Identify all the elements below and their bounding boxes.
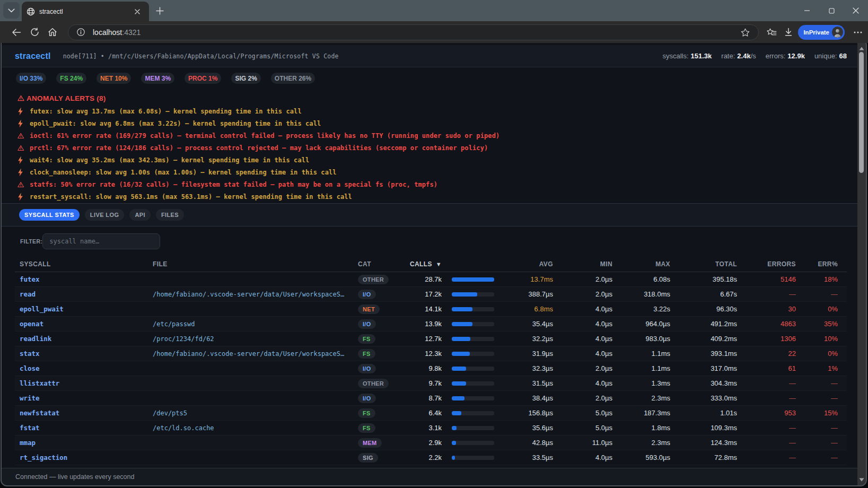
alert-text: ioctl: 61% error rate (169/279 calls) — … <box>30 132 499 140</box>
table-row-close[interactable]: closeI/O9.8k32.3µs2.0µs1.1ms317.0ms611% <box>15 361 847 376</box>
site-info-button[interactable] <box>74 23 87 41</box>
back-button[interactable] <box>7 23 25 41</box>
table-row-llistxattr[interactable]: llistxattrOTHER9.7k31.5µs4.0µs1.3ms304.3… <box>15 376 847 391</box>
tab-search-button[interactable] <box>3 2 20 19</box>
url-host: localhost <box>93 28 122 37</box>
table-header-row: SYSCALLFILECATCALLS ▼AVGMINMAXTOTALERROR… <box>15 256 847 272</box>
cell-total: 96.30s <box>670 305 737 313</box>
calls-bar-track <box>452 337 494 341</box>
table-row-read[interactable]: read/home/fabiano/.vscode-server/data/Us… <box>15 287 847 302</box>
bolt-icon <box>17 119 23 128</box>
view-tab-live-log[interactable]: LIVE LOG <box>85 209 125 221</box>
alert-text: wait4: slow avg 35.2ms (max 342.3ms) — k… <box>30 156 309 164</box>
alert-item: restart_syscall: slow avg 563.1ms (max 5… <box>17 190 841 203</box>
table-row-mmap[interactable]: mmapMEM2.9k42.8µs11.0µs2.3ms124.3ms—— <box>15 435 847 450</box>
tab-close-button[interactable] <box>131 6 143 18</box>
column-header-calls[interactable]: CALLS ▼ <box>400 260 442 268</box>
reload-button[interactable] <box>25 23 43 41</box>
alert-text: epoll_pwait: slow avg 6.8ms (max 3.22s) … <box>30 120 321 127</box>
downloads-button[interactable] <box>780 23 797 41</box>
table-row-statx[interactable]: statx/home/fabiano/.vscode-server/data/U… <box>15 346 847 361</box>
category-chip[interactable]: FS 24% <box>56 73 86 84</box>
scroll-up-arrow[interactable] <box>857 45 866 52</box>
category-chip[interactable]: SIG 2% <box>231 73 260 84</box>
cell-category: NET <box>358 304 400 314</box>
table-row-openat[interactable]: openat/etc/passwdI/O13.9k35.4µs4.0µs964.… <box>15 317 847 332</box>
view-tab-syscall-stats[interactable]: SYSCALL STATS <box>19 209 80 221</box>
cell-errors: 953 <box>737 409 796 417</box>
category-chip[interactable]: MEM 3% <box>141 73 174 84</box>
cell-syscall: close <box>15 364 153 372</box>
cell-max: 187.3ms <box>612 409 670 417</box>
alert-list: futex: slow avg 13.7ms (max 6.08s) — ker… <box>17 105 841 203</box>
scrollbar-thumb[interactable] <box>859 52 864 173</box>
column-header-avg[interactable]: AVG <box>494 260 553 268</box>
category-chip[interactable]: I/O 33% <box>16 73 46 84</box>
cell-errp: — <box>796 439 838 447</box>
favorites-button[interactable] <box>763 23 780 41</box>
cell-errp: 0% <box>796 305 838 313</box>
calls-bar-fill <box>452 426 457 430</box>
page-scrollbar[interactable] <box>857 43 866 485</box>
column-header-total[interactable]: TOTAL <box>670 260 737 268</box>
category-chip[interactable]: NET 10% <box>97 73 131 84</box>
table-row-write[interactable]: writeI/O8.7k38.4µs2.0µs2.3ms333.0ms—— <box>15 391 847 406</box>
alert-text: prctl: 67% error rate (124/186 calls) — … <box>30 144 488 152</box>
favorite-this-page-button[interactable] <box>736 23 754 41</box>
cell-errors: — <box>737 424 796 432</box>
column-header-errors[interactable]: ERRORS <box>737 260 796 268</box>
table-row-rt_sigaction[interactable]: rt_sigactionSIG2.2k33.5µs4.0µs593.0µs72.… <box>15 450 847 465</box>
calls-bar-track <box>452 367 494 371</box>
filter-input[interactable] <box>42 233 160 249</box>
browser-tab-stracectl[interactable]: stracectl <box>22 2 149 21</box>
category-chip[interactable]: PROC 1% <box>185 73 221 84</box>
minimize-button[interactable] <box>795 0 819 21</box>
star-icon <box>741 28 750 37</box>
cell-calls-bar <box>442 352 494 356</box>
cell-max: 983.0µs <box>612 335 670 343</box>
column-header-err[interactable]: ERR% <box>796 260 838 268</box>
category-badge: SIG <box>358 453 378 463</box>
cell-syscall: futex <box>15 275 153 283</box>
table-row-fstat[interactable]: fstat/etc/ld.so.cacheFS3.1k35.6µs5.0µs1.… <box>15 421 847 435</box>
header-stat: unique:68 <box>814 52 847 60</box>
scroll-down-arrow[interactable] <box>857 476 866 483</box>
table-row-epoll_pwait[interactable]: epoll_pwaitNET14.1k6.8ms4.0µs3.22s96.30s… <box>15 302 847 317</box>
inprivate-label: InPrivate <box>803 29 829 36</box>
url-text[interactable]: localhost:4321 <box>93 28 141 37</box>
settings-menu-button[interactable] <box>851 23 865 41</box>
cell-avg: 35.6µs <box>494 424 553 432</box>
view-tab-api[interactable]: API <box>129 209 151 221</box>
category-chip[interactable]: OTHER 26% <box>271 73 315 84</box>
column-header-syscall[interactable]: SYSCALL <box>15 260 153 268</box>
calls-bar-track <box>452 322 494 326</box>
new-tab-button[interactable] <box>152 3 167 18</box>
cell-errp: — <box>796 394 838 402</box>
calls-bar-track <box>452 441 494 445</box>
calls-bar-track <box>452 381 494 386</box>
column-header-max[interactable]: MAX <box>612 260 670 268</box>
home-button[interactable] <box>43 23 62 41</box>
table-row-readlink[interactable]: readlink/proc/1234/fd/62FS12.7k32.2µs4.0… <box>15 332 847 346</box>
view-tab-files[interactable]: FILES <box>156 209 184 221</box>
inprivate-profile-button[interactable]: InPrivate <box>798 25 845 40</box>
cell-min: 4.0µs <box>553 379 612 387</box>
category-badge: NET <box>358 304 380 314</box>
column-header-cat[interactable]: CAT <box>358 260 400 268</box>
app-header: stracectl node[711] • /mnt/c/Users/Fabia… <box>2 45 857 67</box>
address-bar[interactable]: localhost:4321 <box>68 24 759 40</box>
cell-syscall: statx <box>15 350 153 358</box>
cell-errp: — <box>796 454 838 461</box>
maximize-button[interactable] <box>819 0 844 21</box>
cell-errp: — <box>796 290 838 298</box>
cell-min: 4.0µs <box>553 350 612 358</box>
column-header-file[interactable]: FILE <box>153 260 358 268</box>
close-window-button[interactable] <box>844 0 868 21</box>
avatar <box>832 27 843 38</box>
cell-category: FS <box>358 408 400 418</box>
cell-calls-bar <box>442 426 494 430</box>
column-header-min[interactable]: MIN <box>553 260 612 268</box>
cell-category: FS <box>358 348 400 359</box>
table-row-futex[interactable]: futexOTHER28.7k13.7ms2.0µs6.08s395.18s51… <box>15 272 847 287</box>
table-row-newfstatat[interactable]: newfstatat/dev/pts5FS6.4k156.8µs5.0µs187… <box>15 406 847 421</box>
